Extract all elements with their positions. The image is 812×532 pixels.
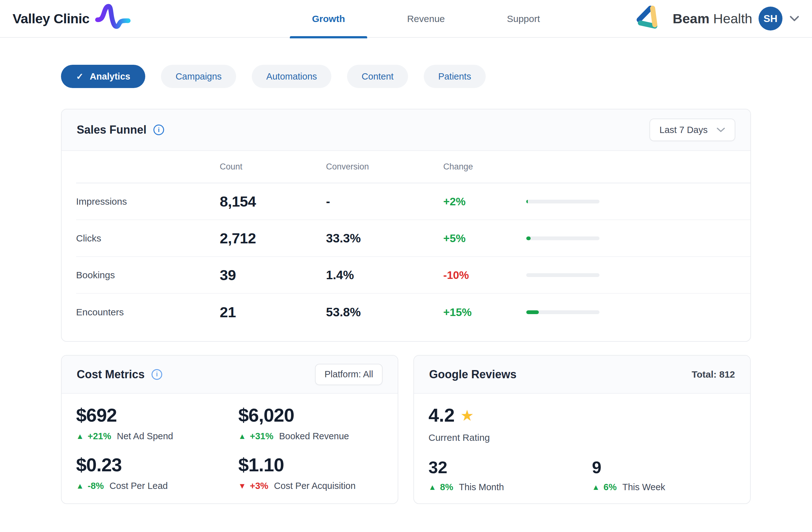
- tab-content[interactable]: Content: [347, 65, 408, 88]
- section-tabs: ✓ Analytics Campaigns Automations Conten…: [61, 65, 812, 88]
- funnel-count: 21: [220, 303, 326, 321]
- progress-bar-fill: [526, 200, 528, 203]
- rating-value: 4.2: [429, 404, 454, 426]
- metric-cost-per-lead: $0.23 ▲ -8% Cost Per Lead: [76, 454, 238, 491]
- funnel-conversion: -: [326, 195, 443, 209]
- nav-tab-revenue-label: Revenue: [407, 14, 445, 24]
- nav-tab-growth[interactable]: Growth: [290, 0, 367, 38]
- metric-delta-row: ▲ -8% Cost Per Lead: [76, 481, 238, 491]
- triangle-up-icon: ▲: [238, 432, 246, 441]
- cost-metrics-header: Cost Metrics i Platform: All: [62, 356, 398, 394]
- metric-delta-row: ▲ +31% Booked Revenue: [238, 431, 398, 442]
- metric-delta-row: ▼ +3% Cost Per Acquisition: [238, 481, 398, 491]
- metric-delta: +3%: [250, 481, 269, 491]
- metric-delta: -8%: [88, 481, 104, 491]
- nav-tab-support-label: Support: [507, 14, 540, 24]
- date-range-selector[interactable]: Last 7 Days: [650, 118, 735, 141]
- metric-label: Booked Revenue: [279, 431, 349, 442]
- current-rating-row: 4.2 ★: [429, 404, 750, 426]
- info-icon[interactable]: i: [151, 369, 162, 380]
- metric-label: Cost Per Acquisition: [274, 481, 356, 491]
- column-conversion: Conversion: [326, 162, 443, 172]
- triangle-up-icon: ▲: [592, 483, 600, 492]
- stat-this-week: 9 ▲ 6% This Week: [592, 458, 750, 492]
- funnel-count: 2,712: [220, 230, 326, 247]
- metric-value: $692: [76, 404, 238, 426]
- user-avatar[interactable]: SH: [758, 6, 782, 30]
- metric-delta-row: ▲ +21% Net Ad Spend: [76, 431, 238, 442]
- funnel-table: Count Conversion Change Impressions 8,15…: [62, 151, 750, 330]
- tab-automations[interactable]: Automations: [252, 65, 331, 88]
- progress-bar: [526, 200, 599, 203]
- funnel-count: 8,154: [220, 193, 326, 210]
- stat-delta-row: ▲ 6% This Week: [592, 482, 750, 492]
- beam-brand-regular: Health: [713, 11, 752, 26]
- clinic-name: Valley Clinic: [13, 11, 89, 26]
- triangle-down-icon: ▼: [238, 481, 246, 490]
- tab-analytics[interactable]: ✓ Analytics: [61, 65, 145, 88]
- metric-booked-revenue: $6,020 ▲ +31% Booked Revenue: [238, 404, 398, 442]
- stat-label: This Month: [459, 482, 504, 492]
- progress-bar-fill: [526, 236, 531, 240]
- triangle-up-icon: ▲: [76, 481, 84, 490]
- stat-label: This Week: [622, 482, 665, 492]
- funnel-bar-cell: [526, 310, 621, 314]
- nav-tab-growth-label: Growth: [312, 14, 345, 24]
- nav-tab-revenue[interactable]: Revenue: [387, 0, 465, 38]
- triangle-up-icon: ▲: [76, 432, 84, 441]
- pulse-logo-icon: [94, 4, 131, 33]
- funnel-conversion: 1.4%: [326, 268, 443, 282]
- sales-funnel-card: Sales Funnel i Last 7 Days Count Convers…: [61, 109, 751, 342]
- tab-automations-label: Automations: [266, 71, 317, 82]
- google-reviews-body: 4.2 ★ Current Rating 32 ▲ 8% This Month …: [414, 394, 750, 492]
- chevron-down-icon: [716, 127, 725, 133]
- metric-delta: +31%: [250, 431, 274, 442]
- progress-bar-fill: [526, 310, 539, 314]
- funnel-row-label: Bookings: [76, 270, 220, 281]
- metric-cost-per-acquisition: $1.10 ▼ +3% Cost Per Acquisition: [238, 454, 398, 491]
- app-brand-area: Beam Health SH: [634, 4, 799, 33]
- funnel-row-label: Clicks: [76, 233, 220, 244]
- funnel-row-label: Encounters: [76, 307, 220, 318]
- user-menu-chevron-icon[interactable]: [789, 15, 799, 22]
- funnel-change: +5%: [443, 232, 526, 245]
- star-icon: ★: [460, 406, 474, 424]
- funnel-row-encounters: Encounters 21 53.8% +15%: [76, 294, 750, 330]
- funnel-bar-cell: [526, 200, 621, 203]
- progress-bar: [526, 273, 599, 277]
- info-icon[interactable]: i: [154, 125, 164, 135]
- stat-delta: 8%: [440, 482, 453, 492]
- sales-funnel-header: Sales Funnel i Last 7 Days: [62, 110, 750, 151]
- tab-campaigns-label: Campaigns: [175, 71, 222, 82]
- tab-analytics-label: Analytics: [90, 71, 130, 82]
- primary-nav: Growth Revenue Support: [290, 0, 562, 38]
- funnel-bar-cell: [526, 273, 621, 277]
- metric-net-ad-spend: $692 ▲ +21% Net Ad Spend: [76, 404, 238, 442]
- tab-campaigns[interactable]: Campaigns: [161, 65, 236, 88]
- funnel-row-impressions: Impressions 8,154 - +2%: [76, 183, 750, 220]
- progress-bar: [526, 310, 599, 314]
- metric-label: Net Ad Spend: [117, 431, 173, 442]
- cost-metrics-body: $692 ▲ +21% Net Ad Spend $6,020 ▲ +31% B…: [62, 394, 398, 491]
- cost-metrics-card: Cost Metrics i Platform: All $692 ▲ +21%…: [61, 355, 398, 504]
- sales-funnel-title: Sales Funnel: [77, 123, 146, 136]
- tab-patients-label: Patients: [438, 71, 471, 82]
- triangle-up-icon: ▲: [429, 483, 436, 492]
- metric-value: $6,020: [238, 404, 398, 426]
- platform-filter-label: Platform: All: [324, 369, 373, 379]
- clinic-brand: Valley Clinic: [13, 4, 131, 33]
- metric-delta: +21%: [88, 431, 111, 442]
- google-reviews-title: Google Reviews: [429, 368, 517, 381]
- tab-content-label: Content: [362, 71, 394, 82]
- platform-filter-button[interactable]: Platform: All: [315, 364, 382, 385]
- funnel-change: +15%: [443, 306, 526, 318]
- funnel-conversion: 53.8%: [326, 305, 443, 319]
- funnel-bar-cell: [526, 236, 621, 240]
- stat-value: 32: [429, 458, 592, 477]
- nav-tab-support[interactable]: Support: [485, 0, 562, 38]
- funnel-change: +2%: [443, 195, 526, 208]
- tab-patients[interactable]: Patients: [424, 65, 486, 88]
- metric-value: $0.23: [76, 454, 238, 476]
- date-range-label: Last 7 Days: [659, 125, 708, 135]
- google-reviews-header: Google Reviews Total: 812: [414, 356, 750, 394]
